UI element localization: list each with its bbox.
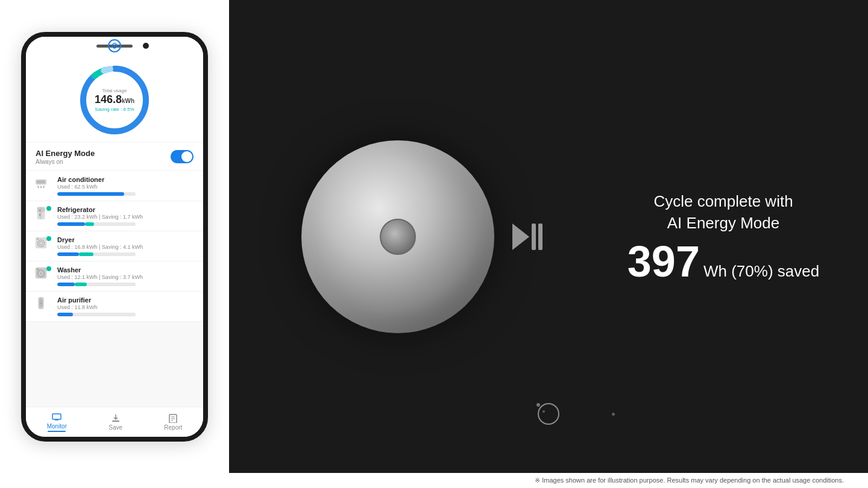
ac-usage: Used : 62.5 kWh: [57, 184, 195, 190]
purifier-name: Air purifier: [57, 296, 195, 304]
fridge-icon-wrap: [34, 206, 51, 223]
panel-dot-1: [536, 403, 540, 407]
ai-energy-row: AI Energy Mode Always on: [36, 149, 193, 165]
washer-icon-wrap: [34, 266, 51, 283]
fridge-bar-bg: [57, 222, 136, 226]
nav-report-label: Report: [164, 424, 182, 431]
dryer-bar-save: [79, 252, 93, 256]
ac-name: Air conditioner: [57, 176, 195, 183]
total-usage-label: Total usage: [95, 87, 134, 93]
list-item: Air conditioner Used : 62.5 kWh: [26, 171, 203, 201]
phone-section: Total usage 146.8kWh Saving rate : 6.5% …: [0, 0, 229, 473]
saving-rate-label: Saving rate : 6.5%: [95, 106, 134, 112]
washer-bar-save: [75, 283, 87, 286]
fridge-bar-save: [85, 222, 95, 226]
circle-chart-wrapper: Total usage 146.8kWh Saving rate : 6.5%: [75, 61, 154, 139]
appliance-section: Cycle complete with AI Energy Mode 397 W…: [229, 0, 868, 473]
dryer-icon: [34, 236, 48, 249]
washer-bar-fill: [57, 283, 75, 286]
panel-dot-3: [612, 413, 615, 416]
nav-save[interactable]: Save: [108, 413, 122, 431]
ac-icon-wrap: [34, 176, 51, 193]
monitor-nav-icon: [52, 412, 61, 422]
dryer-icon-wrap: [34, 236, 51, 253]
fridge-dot: [46, 206, 51, 211]
nav-report[interactable]: Report: [164, 413, 182, 431]
svg-point-1: [114, 45, 116, 46]
smartthings-icon: [108, 39, 121, 52]
save-nav-icon: [111, 413, 121, 423]
phone-mockup: Total usage 146.8kWh Saving rate : 6.5% …: [21, 32, 208, 442]
fridge-name: Refrigerator: [57, 206, 195, 213]
purifier-bar-wrap: [57, 313, 195, 316]
svg-marker-34: [512, 224, 529, 250]
knob-inner: [380, 219, 416, 255]
ai-energy-subtitle: Always on: [36, 158, 95, 165]
svg-rect-23: [37, 268, 39, 270]
washer-bar-wrap: [57, 283, 195, 286]
washer-info: Washer Used : 12.1 kWh | Saving : 3.7 kW…: [57, 266, 195, 286]
svg-rect-14: [39, 209, 40, 211]
dryer-bar-bg: [57, 252, 136, 256]
washer-usage: Used : 12.1 kWh | Saving : 3.7 kWh: [57, 274, 195, 280]
svg-line-10: [43, 186, 45, 188]
ac-bar-bg: [57, 192, 136, 196]
svg-point-19: [37, 238, 39, 240]
ac-icon: [34, 176, 48, 189]
report-nav-icon: [168, 413, 178, 423]
svg-line-8: [38, 186, 39, 188]
purifier-icon-wrap: [34, 296, 51, 313]
energy-big-number: 397: [627, 240, 700, 283]
svg-point-22: [40, 272, 43, 275]
nav-monitor-underline: [48, 431, 66, 432]
dryer-dot: [46, 236, 51, 241]
nav-monitor-label: Monitor: [47, 423, 67, 430]
svg-rect-36: [538, 224, 542, 250]
dryer-info: Dryer Used : 16.8 kWh | Saving : 4.1 kWh: [57, 236, 195, 256]
fridge-bar-fill: [57, 222, 85, 226]
list-item: Dryer Used : 16.8 kWh | Saving : 4.1 kWh: [26, 231, 203, 261]
fridge-bar-wrap: [57, 222, 195, 226]
phone-camera: [143, 43, 149, 49]
play-pause-button[interactable]: [506, 219, 542, 255]
ac-info: Air conditioner Used : 62.5 kWh: [57, 176, 195, 196]
disclaimer-bar: ※ Images shown are for illustration purp…: [0, 473, 868, 488]
washer-knob: [301, 140, 494, 333]
appliance-bg: Cycle complete with AI Energy Mode 397 W…: [229, 0, 868, 473]
purifier-usage: Used : 11.8 kWh: [57, 304, 195, 310]
ai-energy-text: AI Energy Mode Always on: [36, 149, 95, 165]
fridge-info: Refrigerator Used : 23.2 kWh | Saving : …: [57, 206, 195, 226]
list-item: Washer Used : 12.1 kWh | Saving : 3.7 kW…: [26, 261, 203, 292]
svg-rect-27: [52, 414, 61, 419]
svg-point-26: [40, 302, 42, 304]
fridge-icon: [34, 206, 48, 219]
ai-energy-title: AI Energy Mode: [36, 149, 95, 158]
dryer-name: Dryer: [57, 236, 195, 243]
purifier-bar-fill: [57, 313, 73, 316]
panel-dot-2: [542, 410, 545, 413]
cycle-complete-text: Cycle complete with AI Energy Mode: [615, 190, 832, 234]
ai-energy-toggle[interactable]: [171, 150, 193, 163]
energy-unit-text: Wh (70%) saved: [703, 262, 819, 281]
svg-rect-35: [532, 224, 536, 250]
purifier-info: Air purifier Used : 11.8 kWh: [57, 296, 195, 316]
dryer-bar-wrap: [57, 252, 195, 256]
main-container: Total usage 146.8kWh Saving rate : 6.5% …: [0, 0, 868, 473]
dryer-bar-fill: [57, 252, 79, 256]
washer-dot: [46, 266, 51, 271]
ai-energy-section: AI Energy Mode Always on: [26, 143, 203, 170]
info-panel: Cycle complete with AI Energy Mode 397 W…: [615, 190, 832, 283]
nav-monitor[interactable]: Monitor: [47, 412, 67, 432]
svg-rect-15: [39, 213, 40, 216]
phone-screen: Total usage 146.8kWh Saving rate : 6.5% …: [26, 56, 203, 407]
purifier-icon: [34, 296, 48, 310]
svg-rect-7: [37, 180, 46, 184]
phone-notch-area: [26, 37, 203, 56]
total-kwh-value: 146.8kWh: [95, 93, 134, 107]
dryer-usage: Used : 16.8 kWh | Saving : 4.1 kWh: [57, 244, 195, 250]
ac-bar-wrap: [57, 192, 195, 196]
home-button[interactable]: [538, 403, 559, 425]
list-item: Refrigerator Used : 23.2 kWh | Saving : …: [26, 201, 203, 231]
disclaimer-text: ※ Images shown are for illustration purp…: [535, 477, 844, 484]
circle-center-text: Total usage 146.8kWh Saving rate : 6.5%: [95, 87, 134, 112]
